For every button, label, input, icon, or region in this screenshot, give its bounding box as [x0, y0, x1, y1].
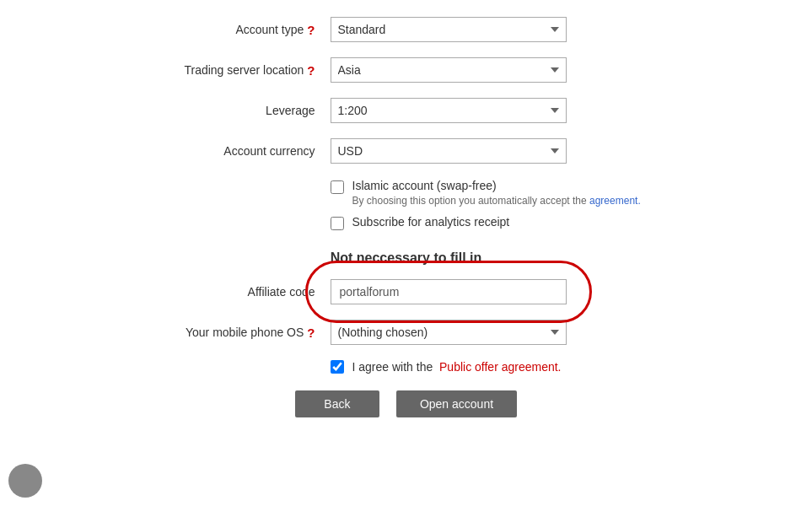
affiliate-label-text: Affiliate code: [248, 285, 315, 299]
subscribe-label-text: Subscribe for analytics receipt: [352, 215, 510, 229]
islamic-label-text: Islamic account (swap-free): [352, 179, 641, 192]
subscribe-checkbox[interactable]: [331, 217, 344, 230]
account-currency-label: Account currency: [111, 144, 331, 158]
open-account-button[interactable]: Open account: [396, 390, 517, 417]
trading-server-help-icon[interactable]: ?: [307, 63, 315, 78]
agree-text: I agree with the Public offer agreement.: [352, 360, 562, 374]
trading-server-select[interactable]: Asia Europe US: [331, 57, 567, 83]
buttons-row: Back Open account: [111, 390, 702, 417]
leverage-label: Leverage: [111, 104, 331, 117]
account-currency-control: USD EUR GBP: [331, 138, 567, 164]
page-container: Account type ? Standard ECN Micro Tradin…: [0, 0, 812, 506]
leverage-control: 1:100 1:200 1:500: [331, 98, 567, 123]
mobile-os-row: Your mobile phone OS ? (Nothing chosen) …: [111, 320, 702, 345]
leverage-row: Leverage 1:100 1:200 1:500: [111, 98, 702, 123]
trading-server-label: Trading server location ?: [111, 63, 331, 78]
islamic-agreement-link[interactable]: agreement.: [589, 195, 641, 207]
form-area: Account type ? Standard ECN Micro Tradin…: [111, 17, 702, 417]
leverage-label-text: Leverage: [266, 104, 315, 117]
mobile-os-label-text: Your mobile phone OS: [186, 326, 304, 339]
agree-static-text: I agree with the: [352, 360, 433, 374]
back-button[interactable]: Back: [295, 390, 379, 417]
section-heading: Not neccessary to fill in: [111, 250, 702, 266]
corner-decoration: [8, 464, 42, 498]
trading-server-row: Trading server location ? Asia Europe US: [111, 57, 702, 83]
leverage-select[interactable]: 1:100 1:200 1:500: [331, 98, 567, 123]
subscribe-row: Subscribe for analytics receipt: [111, 215, 702, 230]
account-type-label-text: Account type: [235, 23, 304, 36]
account-type-help-icon[interactable]: ?: [307, 23, 315, 37]
account-type-select[interactable]: Standard ECN Micro: [331, 17, 567, 42]
islamic-account-checkbox[interactable]: [331, 180, 344, 194]
account-type-row: Account type ? Standard ECN Micro: [111, 17, 702, 42]
affiliate-highlight-wrapper: [331, 279, 567, 304]
account-currency-label-text: Account currency: [223, 144, 315, 158]
islamic-sub-text: By choosing this option you automaticall…: [352, 195, 641, 207]
mobile-os-help-icon[interactable]: ?: [307, 326, 315, 340]
trading-server-control: Asia Europe US: [331, 57, 567, 83]
agree-row: I agree with the Public offer agreement.: [111, 360, 702, 374]
account-currency-select[interactable]: USD EUR GBP: [331, 138, 567, 164]
public-offer-link[interactable]: Public offer agreement.: [439, 360, 562, 374]
affiliate-code-control: [331, 279, 567, 304]
islamic-sub-static: By choosing this option you automaticall…: [352, 195, 587, 207]
subscribe-label-group: Subscribe for analytics receipt: [352, 215, 510, 229]
mobile-os-label: Your mobile phone OS ?: [111, 326, 331, 340]
account-currency-row: Account currency USD EUR GBP: [111, 138, 702, 164]
affiliate-code-input[interactable]: [331, 279, 567, 304]
mobile-os-select[interactable]: (Nothing chosen) Android iOS Windows Pho…: [331, 320, 567, 345]
islamic-account-row: Islamic account (swap-free) By choosing …: [111, 179, 702, 207]
affiliate-code-label: Affiliate code: [111, 285, 331, 299]
account-type-label: Account type ?: [111, 23, 331, 37]
islamic-label-group: Islamic account (swap-free) By choosing …: [352, 179, 641, 207]
agree-checkbox[interactable]: [331, 360, 344, 374]
affiliate-code-row: Affiliate code: [111, 279, 702, 304]
account-type-control: Standard ECN Micro: [331, 17, 567, 42]
mobile-os-control: (Nothing chosen) Android iOS Windows Pho…: [331, 320, 567, 345]
trading-server-label-text: Trading server location: [184, 63, 304, 77]
